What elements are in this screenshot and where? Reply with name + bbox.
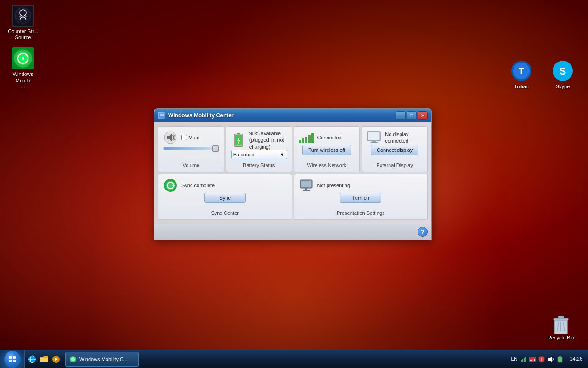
- skype-icon[interactable]: S Skype: [547, 60, 579, 89]
- taskbar-media-icon[interactable]: [51, 354, 62, 365]
- svg-line-18: [558, 322, 558, 331]
- clock-time: 14:26: [570, 356, 582, 362]
- trillian-label: Trillian: [514, 84, 529, 89]
- pres-status-text: Not presenting: [317, 182, 423, 189]
- connect-display-button[interactable]: Connect display: [371, 145, 418, 155]
- security-tray-icon[interactable]: !: [537, 355, 546, 363]
- battery-tray-icon[interactable]: [556, 355, 564, 363]
- cs-icon-label: Counter-Str...: [8, 29, 38, 34]
- pres-cell-label: Presentation Settings: [337, 210, 385, 216]
- taskbar-clock[interactable]: 14:26: [568, 356, 584, 362]
- windows-mobile-icon[interactable]: Windows Mobile ...: [5, 47, 41, 90]
- ati-tray-icon[interactable]: ATI: [528, 355, 537, 363]
- mute-label: Mute: [188, 135, 199, 140]
- network-tray-icon[interactable]: [519, 355, 527, 363]
- sync-cell-label: Sync Center: [211, 210, 239, 216]
- svg-rect-49: [13, 360, 16, 362]
- wm-icon-label: Windows Mobile: [5, 71, 41, 83]
- svg-text:S: S: [560, 65, 566, 77]
- cs-icon-image: [12, 5, 34, 27]
- volume-top-area: Mute: [163, 130, 219, 145]
- svg-marker-64: [548, 356, 552, 362]
- desktop: Counter-Str... Source Windows Mobile ...: [0, 0, 588, 368]
- bar4: [308, 135, 311, 143]
- taskbar-folder-icon[interactable]: [39, 354, 50, 365]
- maximize-button[interactable]: □: [407, 111, 417, 120]
- svg-rect-22: [160, 114, 164, 116]
- display-status-text: No display connected: [385, 131, 423, 144]
- language-text: EN: [511, 356, 518, 362]
- battery-dropdown[interactable]: Balanced ▼: [231, 150, 287, 159]
- svg-rect-31: [368, 132, 379, 140]
- battery-panel: 98% available (plugged in, not charging)…: [226, 126, 292, 172]
- close-button[interactable]: ✕: [418, 111, 428, 120]
- presentation-icon: [299, 178, 314, 193]
- right-desktop-icons: T Trillian S Skype: [505, 60, 579, 89]
- wm-icon-label2: ...: [21, 84, 25, 90]
- battery-icon: [231, 132, 246, 147]
- svg-rect-39: [301, 181, 311, 187]
- minimize-button[interactable]: —: [396, 111, 406, 120]
- svg-rect-48: [9, 360, 12, 362]
- svg-rect-40: [305, 188, 307, 190]
- start-button[interactable]: [0, 350, 25, 368]
- wmc-top-row: Mute Volume: [158, 126, 428, 172]
- language-indicator[interactable]: EN: [510, 355, 518, 363]
- svg-rect-41: [303, 190, 310, 191]
- svg-rect-59: [524, 358, 525, 362]
- sync-status-text: Sync complete: [181, 182, 287, 189]
- svg-rect-23: [161, 116, 163, 117]
- dialog-titlebar: Windows Mobility Center — □ ✕: [154, 109, 431, 122]
- svg-text:T: T: [519, 66, 524, 75]
- turn-wireless-off-button[interactable]: Turn wireless off: [302, 145, 351, 155]
- mute-checkbox[interactable]: [181, 135, 187, 140]
- skype-icon-image: S: [552, 60, 574, 84]
- svg-line-20: [564, 322, 564, 331]
- wmc-panels-container: Mute Volume: [158, 126, 428, 220]
- battery-dropdown-arrow: ▼: [280, 152, 285, 157]
- skype-label: Skype: [556, 84, 570, 89]
- svg-rect-17: [558, 316, 564, 319]
- svg-rect-33: [370, 142, 378, 143]
- system-tray: EN ATI: [508, 355, 566, 363]
- volume-slider[interactable]: [163, 147, 219, 150]
- battery-top-area: 98% available (plugged in, not charging): [231, 130, 287, 150]
- volume-icon: [163, 130, 178, 145]
- dialog-content: Mute Volume: [154, 122, 431, 224]
- display-cell-label: External Display: [376, 162, 413, 168]
- dialog-control-buttons: — □ ✕: [396, 111, 428, 120]
- battery-dropdown-value: Balanced: [233, 152, 254, 157]
- display-top-area: No display connected: [367, 130, 423, 145]
- taskbar-wmc-program[interactable]: Windows Mobility C...: [65, 352, 139, 367]
- wireless-panel: Connected Turn wireless off Wireless Net…: [294, 126, 360, 172]
- wm-icon-image: [12, 47, 34, 69]
- bar5: [311, 133, 314, 143]
- svg-rect-32: [372, 141, 376, 142]
- recycle-bin-icon[interactable]: Recycle Bin: [548, 315, 574, 340]
- dialog-title-icon: [158, 112, 165, 119]
- taskbar-ie-icon[interactable]: [27, 354, 38, 365]
- bar2: [302, 138, 304, 143]
- help-button[interactable]: ?: [418, 227, 428, 237]
- wireless-icon: [299, 130, 314, 145]
- sync-button[interactable]: Sync: [204, 193, 246, 203]
- svg-rect-46: [9, 356, 12, 359]
- desktop-icons-area: Counter-Str... Source Windows Mobile ...: [5, 5, 41, 97]
- recycle-bin-label: Recycle Bin: [548, 335, 574, 340]
- turn-on-button[interactable]: Turn on: [340, 193, 381, 203]
- svg-rect-25: [167, 136, 169, 139]
- svg-rect-47: [13, 356, 16, 359]
- svg-rect-66: [559, 356, 561, 357]
- svg-rect-67: [558, 357, 562, 362]
- battery-info-text: 98% available (plugged in, not charging): [249, 130, 287, 150]
- pres-top-area: Not presenting: [299, 178, 423, 193]
- svg-point-0: [15, 8, 31, 23]
- counter-strike-icon[interactable]: Counter-Str... Source: [5, 5, 41, 40]
- trillian-icon[interactable]: T Trillian: [505, 60, 537, 89]
- svg-rect-60: [525, 357, 526, 362]
- sound-tray-icon[interactable]: [547, 355, 555, 363]
- sync-top-area: Sync complete: [163, 178, 287, 193]
- taskbar-program-label: Windows Mobility C...: [79, 356, 128, 362]
- bar1: [299, 140, 301, 143]
- svg-point-56: [71, 357, 75, 361]
